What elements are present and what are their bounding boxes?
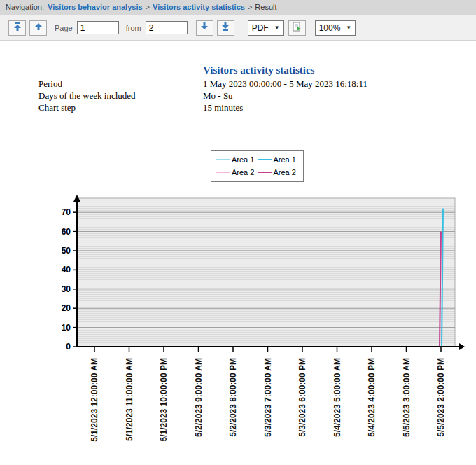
export-icon: [291, 21, 302, 34]
page-next-button[interactable]: [196, 20, 214, 36]
svg-text:5/3/2023 6:00:00 PM: 5/3/2023 6:00:00 PM: [298, 358, 307, 437]
arrow-up-bar-icon: [12, 21, 23, 34]
page-first-button[interactable]: [8, 20, 26, 36]
chart-area: 0102030405060705/1/2023 12:00:00 AM5/1/2…: [55, 193, 470, 462]
chevron-down-icon: ▼: [274, 25, 280, 31]
breadcrumb-prefix: Navigation:: [6, 3, 44, 11]
breadcrumb: Navigation:Visitors behavior analysis>Vi…: [0, 0, 476, 15]
from-label: from: [126, 24, 141, 32]
activity-chart: 0102030405060705/1/2023 12:00:00 AM5/1/2…: [55, 193, 470, 462]
arrow-down-icon: [199, 21, 210, 34]
arrow-down-bar-icon: [220, 21, 231, 34]
svg-text:30: 30: [62, 284, 71, 294]
svg-text:5/2/2023 9:00:00 AM: 5/2/2023 9:00:00 AM: [194, 358, 204, 437]
legend-line-sample: [216, 172, 230, 173]
svg-text:5/4/2023 4:00:00 PM: 5/4/2023 4:00:00 PM: [367, 358, 377, 437]
legend-entry: Area 1: [258, 155, 300, 164]
breadcrumb-link-behavior-analysis[interactable]: Visitors behavior analysis: [48, 3, 143, 11]
arrow-up-icon: [33, 21, 44, 34]
legend-line-sample: [258, 172, 272, 173]
chart-legend: Area 1 Area 1 Area 2 Area 2: [211, 150, 304, 182]
legend-row: Area 1 Area 1: [216, 153, 299, 166]
zoom-value: 100%: [319, 23, 341, 33]
report-title: Visitors activity statistics: [203, 64, 314, 76]
breadcrumb-current-result: Result: [255, 3, 276, 11]
toolbar: Page from PDF ▼ 100% ▼: [0, 15, 476, 41]
page-previous-button[interactable]: [29, 20, 47, 36]
svg-text:0: 0: [66, 342, 71, 352]
legend-row: Area 2 Area 2: [216, 166, 299, 179]
export-format-value: PDF: [252, 23, 269, 33]
field-value-chart-step: 15 minutes: [203, 102, 243, 113]
svg-text:20: 20: [62, 303, 71, 313]
svg-text:5/1/2023 12:00:00 AM: 5/1/2023 12:00:00 AM: [90, 358, 99, 442]
field-label-days-included: Days of the week included: [38, 90, 136, 102]
breadcrumb-separator: >: [248, 3, 252, 11]
field-label-chart-step: Chart step: [38, 102, 76, 113]
svg-text:5/2/2023 8:00:00 PM: 5/2/2023 8:00:00 PM: [228, 358, 238, 437]
legend-label: Area 1: [232, 155, 254, 164]
svg-text:40: 40: [62, 265, 71, 275]
svg-text:10: 10: [62, 323, 71, 333]
export-button[interactable]: [288, 20, 306, 36]
legend-label: Area 2: [232, 168, 254, 176]
legend-line-sample: [216, 159, 230, 160]
legend-entry: Area 1: [216, 155, 258, 164]
legend-line-sample: [258, 159, 272, 160]
zoom-select[interactable]: 100% ▼: [315, 20, 356, 36]
field-value-period: 1 May 2023 00:00:00 - 5 May 2023 16:18:1…: [203, 78, 368, 90]
breadcrumb-separator: >: [146, 3, 150, 11]
legend-entry: Area 2: [216, 168, 258, 176]
page-number-input[interactable]: [77, 21, 119, 34]
svg-text:5/1/2023 11:00:00 AM: 5/1/2023 11:00:00 AM: [125, 358, 134, 441]
svg-text:5/3/2023 7:00:00 AM: 5/3/2023 7:00:00 AM: [263, 358, 273, 437]
legend-label: Area 2: [274, 168, 296, 176]
chevron-down-icon: ▼: [346, 25, 351, 31]
page-label: Page: [55, 24, 73, 32]
field-label-period: Period: [38, 78, 62, 90]
svg-text:5/1/2023 10:00:00 PM: 5/1/2023 10:00:00 PM: [159, 358, 169, 441]
breadcrumb-link-activity-statistics[interactable]: Visitors activity statistics: [153, 3, 245, 11]
export-format-select[interactable]: PDF ▼: [248, 20, 284, 36]
svg-text:70: 70: [62, 207, 71, 217]
svg-text:5/5/2023 2:00:00 PM: 5/5/2023 2:00:00 PM: [436, 358, 446, 437]
page-last-button[interactable]: [217, 20, 234, 36]
page-total-input[interactable]: [146, 21, 188, 34]
svg-text:5/4/2023 5:00:00 AM: 5/4/2023 5:00:00 AM: [332, 358, 342, 437]
svg-text:5/5/2023 3:00:00 AM: 5/5/2023 3:00:00 AM: [402, 358, 412, 437]
field-value-days-included: Mo - Su: [203, 90, 233, 102]
svg-text:50: 50: [62, 246, 71, 256]
legend-entry: Area 2: [258, 168, 300, 176]
legend-label: Area 1: [274, 155, 296, 164]
svg-text:60: 60: [62, 227, 71, 237]
